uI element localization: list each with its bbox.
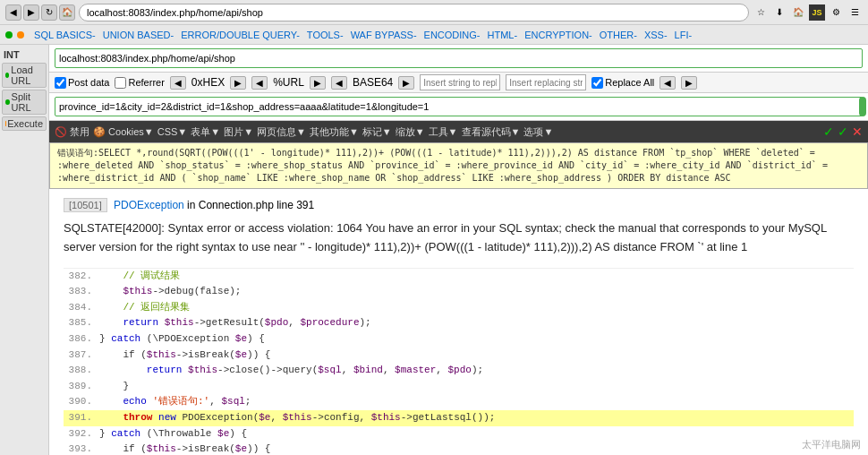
line-number: 386. [64, 331, 99, 348]
error-info-box: 错误语句:SELECT *,round(SQRT((POW(((1' - lon… [49, 142, 868, 189]
back-btn[interactable]: ◀ [5, 4, 21, 21]
line-content: throw new PDOException($e, $this->config… [99, 410, 854, 426]
url-text: localhost:8083/index.php/home/api/shop [87, 7, 263, 18]
hex-right-btn[interactable]: ▶ [230, 76, 246, 90]
hex-left-btn[interactable]: ◀ [170, 76, 186, 90]
sql-basics-menu[interactable]: SQL BASICS- [31, 30, 98, 40]
replace-all-checkbox[interactable]: Replace All [591, 77, 654, 89]
bookmark-icon[interactable]: ☆ [753, 4, 769, 21]
line-number: 385. [64, 315, 99, 331]
form-item[interactable]: 表单▼ [191, 125, 220, 139]
html-menu[interactable]: HTML- [485, 30, 521, 40]
line-number: 389. [64, 379, 99, 395]
source-item[interactable]: 查看源代码▼ [462, 125, 521, 139]
code-line: 391. throw new PDOException($e, $this->c… [64, 410, 854, 426]
base64-label: BASE64 [353, 76, 393, 89]
other-menu[interactable]: OTHER- [597, 30, 640, 40]
url-label: %URL [273, 76, 304, 89]
replace-right-btn[interactable]: ▶ [681, 76, 697, 90]
line-number: 384. [64, 300, 99, 316]
waf-bypass-menu[interactable]: WAF BYPASS- [348, 30, 420, 40]
top-toolbar: SQL BASICS- UNION BASED- ERROR/DOUBLE QU… [0, 25, 868, 45]
post-data-checkbox[interactable]: Post data [55, 77, 109, 89]
execute-btn[interactable]: Execute [2, 116, 47, 131]
css-item[interactable]: CSS▼ [157, 126, 188, 137]
forward-btn[interactable]: ▶ [23, 4, 39, 21]
home-icon2[interactable]: 🏠 [790, 4, 806, 21]
line-content: if ($this->isBreak($e)) { [99, 348, 854, 364]
menu-icon[interactable]: ☰ [847, 4, 863, 21]
replace-left-btn[interactable]: ◀ [660, 76, 676, 90]
line-number: 391. [64, 410, 99, 426]
url-input[interactable] [55, 48, 863, 68]
line-content: if ($this->isBreak($e)) { [99, 442, 854, 455]
browser-url-bar[interactable]: localhost:8083/index.php/home/api/shop [79, 4, 749, 21]
referrer-checkbox[interactable]: Referrer [115, 77, 164, 89]
insert-replacing-input[interactable] [506, 74, 586, 90]
encryption-menu[interactable]: ENCRYPTION- [522, 30, 595, 40]
line-number: 392. [64, 426, 99, 442]
union-based-menu[interactable]: UNION BASED- [100, 30, 176, 40]
insert-replace-input[interactable] [420, 74, 500, 90]
zoom-item[interactable]: 缩放▼ [396, 125, 425, 139]
error-double-menu[interactable]: ERROR/DOUBLE QUERY- [178, 30, 302, 40]
info-item[interactable]: 网页信息▼ [257, 125, 306, 139]
exception-link[interactable]: PDOException [114, 199, 184, 211]
base64-left-btn[interactable]: ◀ [331, 76, 347, 90]
scroll-indicator [859, 97, 866, 116]
browser-window: ◀ ▶ ↻ 🏠 localhost:8083/index.php/home/ap… [0, 0, 868, 455]
tools-item[interactable]: 工具▼ [429, 125, 458, 139]
code-line: 385. return $this->getResult($pdo, $proc… [64, 315, 854, 331]
referrer-label: Referrer [128, 77, 164, 88]
browser-icons: ☆ ⬇ 🏠 JS ⚙ ☰ [753, 4, 863, 21]
split-url-label: Split URL [12, 91, 43, 113]
encoding-menu[interactable]: ENCODING- [421, 30, 483, 40]
cookies-item[interactable]: 🍪 Cookies▼ [93, 126, 154, 138]
int-label: INT [2, 48, 21, 61]
tools-menu[interactable]: TOOLS- [304, 30, 346, 40]
close-btn[interactable]: ✕ [852, 124, 863, 139]
other-item[interactable]: 其他功能▼ [310, 125, 359, 139]
url-left-btn[interactable]: ◀ [251, 76, 268, 90]
output-area[interactable]: [10501] PDOException in Connection.php l… [49, 189, 868, 455]
check2: ✓ [838, 124, 848, 139]
error-sql-text: 错误语句:SELECT *,round(SQRT((POW(((1' - lon… [57, 147, 860, 185]
exception-location: in Connection.php line 391 [187, 199, 314, 211]
post-data-label: Post data [68, 77, 109, 88]
home-btn[interactable]: 🏠 [59, 4, 75, 21]
post-data-input[interactable] [55, 97, 863, 116]
line-content: return $this->close()->query($sql, $bind… [99, 363, 854, 379]
settings-icon[interactable]: ⚙ [828, 4, 844, 21]
load-url-label: Load URL [11, 64, 43, 86]
disable-item[interactable]: 🚫 禁用 [55, 125, 89, 139]
sidebar: INT Load URL Split URL Execute [0, 45, 49, 455]
options-item[interactable]: 选项▼ [523, 125, 553, 139]
execute-label: Execute [7, 118, 43, 129]
line-content: return $this->getResult($pdo, $procedure… [99, 315, 854, 331]
content-area: Post data Referrer ◀ 0xHEX ▶ ◀ %URL ▶ ◀ … [49, 45, 868, 455]
xss-menu[interactable]: XSS- [642, 30, 670, 40]
split-dot [5, 99, 10, 105]
line-content: $this->debug(false); [99, 284, 854, 300]
mark-item[interactable]: 标记▼ [362, 125, 392, 139]
hex-label: 0xHEX [191, 76, 225, 89]
post-data-area [49, 93, 868, 121]
line-number: 393. [64, 442, 99, 455]
line-content: // 返回结果集 [99, 300, 854, 316]
toolbar-label [5, 30, 26, 40]
split-url-btn[interactable]: Split URL [2, 90, 47, 115]
line-content: echo '错误语句:', $sql; [99, 394, 854, 410]
load-url-btn[interactable]: Load URL [2, 63, 47, 88]
code-line: 392.} catch (\Throwable $e) { [64, 426, 854, 442]
download-icon[interactable]: ⬇ [771, 4, 787, 21]
base64-right-btn[interactable]: ▶ [398, 76, 414, 90]
main-container: INT Load URL Split URL Execute [0, 45, 868, 455]
url-right-btn[interactable]: ▶ [310, 76, 326, 90]
code-line: 387. if ($this->isBreak($e)) { [64, 348, 854, 364]
line-content: } [99, 379, 854, 395]
image-item[interactable]: 图片▼ [224, 125, 253, 139]
code-block: 382. // 调试结果383. $this->debug(false);384… [64, 268, 854, 455]
code-line: 386.} catch (\PDOException $e) { [64, 331, 854, 348]
reload-btn[interactable]: ↻ [41, 4, 57, 21]
lfi-menu[interactable]: LFI- [672, 30, 695, 40]
